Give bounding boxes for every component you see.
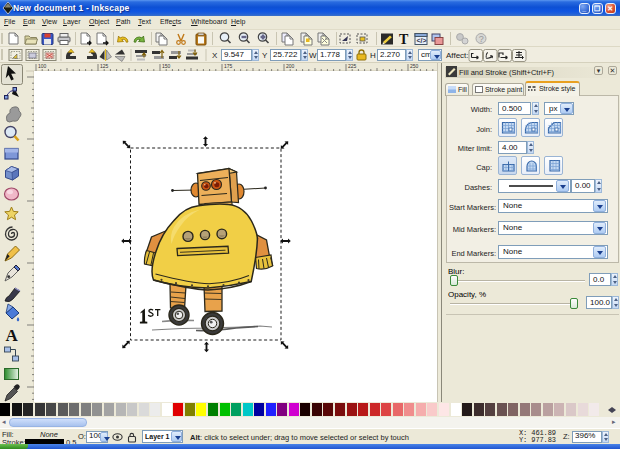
svg-text:?: ?: [479, 34, 484, 44]
svg-text:A: A: [6, 326, 19, 345]
svg-text:T: T: [399, 32, 409, 47]
svg-text:150: 150: [162, 63, 171, 69]
svg-text:200: 200: [286, 63, 295, 69]
svg-text:225: 225: [348, 63, 357, 69]
svg-text:125: 125: [100, 63, 109, 69]
svg-text:100: 100: [38, 63, 47, 69]
svg-text:175: 175: [224, 63, 233, 69]
svg-text:</>: </>: [417, 37, 427, 44]
svg-text:250: 250: [410, 63, 419, 69]
